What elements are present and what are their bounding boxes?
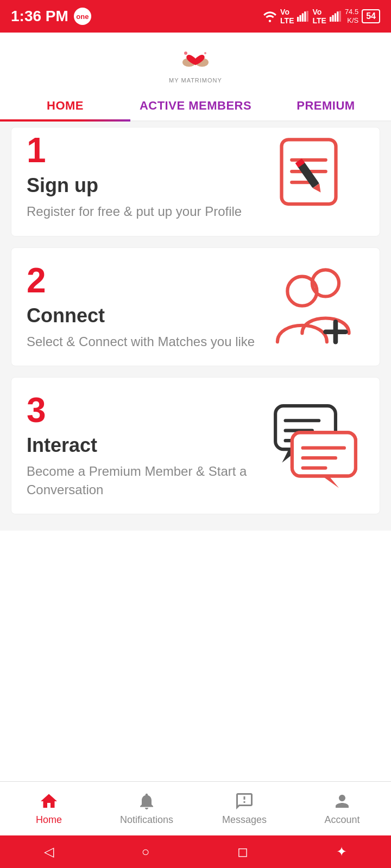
bottom-nav: Home Notifications Messages Account <box>0 781 391 835</box>
step-1-icon-area <box>267 136 364 218</box>
svg-rect-4 <box>305 11 306 22</box>
account-label: Account <box>324 814 360 826</box>
signal-2-icon <box>330 11 342 22</box>
signal-1-icon <box>297 11 309 22</box>
time-display: 1:36 PM <box>11 8 68 25</box>
battery-indicator: 54 <box>362 9 380 23</box>
message-icon <box>235 792 254 811</box>
messages-label: Messages <box>222 814 267 826</box>
bottom-nav-messages[interactable]: Messages <box>195 782 293 835</box>
svg-rect-8 <box>335 14 336 22</box>
status-bar: 1:36 PM one VoLTE VoLTE 74.5K/ <box>0 0 391 33</box>
chat-icon <box>272 403 359 489</box>
svg-rect-2 <box>300 15 301 22</box>
tab-premium[interactable]: PREMIUM <box>261 89 391 120</box>
account-icon <box>332 792 352 811</box>
step-3-desc: Become a Premium Member & Start a Conver… <box>27 462 267 499</box>
home-button[interactable]: ○ <box>142 844 150 859</box>
status-time-area: 1:36 PM one <box>11 8 91 25</box>
home-label: Home <box>36 814 62 826</box>
speed-text: 74.5K/S <box>345 8 358 24</box>
bottom-nav-notifications[interactable]: Notifications <box>98 782 195 835</box>
main-content: 1 Sign up Register for free & put up you… <box>0 122 391 531</box>
step-2-card: 2 Connect Select & Connect with Matches … <box>11 247 380 367</box>
step-2-desc: Select & Connect with Matches you like <box>27 333 267 351</box>
app-logo-icon <box>174 43 217 76</box>
svg-rect-10 <box>339 11 340 22</box>
android-nav-bar: ◁ ○ ◻ ✦ <box>0 835 391 868</box>
bottom-nav-account[interactable]: Account <box>293 782 391 835</box>
step-1-card: 1 Sign up Register for free & put up you… <box>11 127 380 237</box>
svg-rect-6 <box>330 17 331 22</box>
svg-rect-1 <box>297 17 299 22</box>
document-edit-icon <box>275 136 356 218</box>
bottom-nav-home[interactable]: Home <box>0 782 98 835</box>
step-3-title: Interact <box>27 434 267 457</box>
logo-text: MY MATRIMONY <box>169 77 222 84</box>
back-button[interactable]: ◁ <box>44 844 54 859</box>
nav-tabs: HOME ACTIVE MEMBERS PREMIUM <box>0 89 391 122</box>
svg-point-23 <box>287 277 317 306</box>
step-3-number: 3 <box>27 393 267 427</box>
tab-active-members[interactable]: ACTIVE MEMBERS <box>130 89 261 120</box>
one-text: one <box>76 12 89 21</box>
step-1-title: Sign up <box>27 174 267 197</box>
bell-icon <box>137 792 156 811</box>
step-2-icon-area <box>267 263 364 350</box>
svg-rect-3 <box>302 14 304 22</box>
tab-home[interactable]: HOME <box>0 89 130 120</box>
step-1-number: 1 <box>27 133 267 168</box>
people-add-icon <box>272 263 359 350</box>
step-3-card: 3 Interact Become a Premium Member & Sta… <box>11 377 380 514</box>
logo-container: MY MATRIMONY <box>169 43 222 84</box>
step-1-left: 1 Sign up Register for free & put up you… <box>27 133 267 221</box>
status-icons-area: VoLTE VoLTE 74.5K/S 54 <box>263 8 380 25</box>
step-1-desc: Register for free & put up your Profile <box>27 202 267 221</box>
svg-rect-7 <box>332 15 333 22</box>
svg-point-13 <box>184 52 187 55</box>
step-3-icon-area <box>267 403 364 489</box>
svg-rect-5 <box>307 11 308 22</box>
home-icon <box>39 792 59 811</box>
step-2-number: 2 <box>27 263 267 298</box>
lte-2-text: VoLTE <box>312 8 326 25</box>
step-2-left: 2 Connect Select & Connect with Matches … <box>27 263 267 351</box>
lte-1-text: VoLTE <box>280 8 294 25</box>
svg-point-0 <box>269 20 271 22</box>
step-2-title: Connect <box>27 304 267 327</box>
recent-button[interactable]: ◻ <box>237 844 248 859</box>
svg-point-14 <box>204 52 206 54</box>
notifications-label: Notifications <box>120 814 173 826</box>
wifi-icon <box>263 10 277 22</box>
one-badge: one <box>74 8 91 25</box>
svg-rect-9 <box>337 11 338 22</box>
step-3-left: 3 Interact Become a Premium Member & Sta… <box>27 393 267 499</box>
logo-area: MY MATRIMONY <box>0 33 391 89</box>
assistant-button[interactable]: ✦ <box>336 844 347 859</box>
svg-marker-37 <box>322 476 339 488</box>
